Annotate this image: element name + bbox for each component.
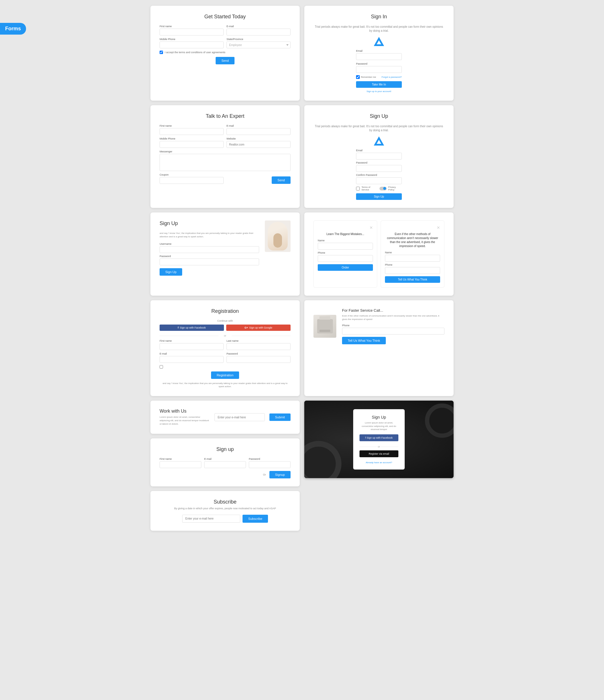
signup-bottom-email-input[interactable] <box>204 461 246 468</box>
google-signup-btn[interactable]: G+ Sign up with Google <box>226 325 291 331</box>
facebook-signup-btn[interactable]: f Sign up with Facebook <box>159 325 224 331</box>
signup-img-username-input[interactable] <box>159 246 259 253</box>
subscribe-row: Subscribe <box>182 515 268 523</box>
google-btn-label: Sign up with Google <box>249 326 272 329</box>
reg-password-input[interactable] <box>226 356 291 363</box>
signup-image-submit[interactable]: Sign Up <box>159 268 182 276</box>
facebook-btn-label: Sign up with Facebook <box>180 326 206 329</box>
expert-website-input[interactable] <box>226 141 291 148</box>
modal-right-phone-input[interactable] <box>385 267 440 274</box>
signup-email-label: Email <box>356 149 402 152</box>
modal-left-submit[interactable]: Order <box>318 264 373 271</box>
remember-row: Remember me Forgot a password? <box>356 75 402 79</box>
work-title: Work with Us <box>159 409 210 414</box>
dark-register-btn[interactable]: Register via email <box>359 450 398 457</box>
terms-checkbox[interactable] <box>159 51 163 54</box>
remember-checkbox[interactable] <box>356 75 360 79</box>
reg-lastname-label: Last name <box>226 340 291 342</box>
modal-left-phone-input[interactable] <box>318 255 373 262</box>
modal-right-submit[interactable]: Tell Us What You Think <box>385 276 440 283</box>
email-group: E-mail <box>226 25 291 35</box>
signup-password-input[interactable] <box>356 165 402 172</box>
signin-email-input[interactable] <box>356 53 402 60</box>
social-buttons: f Sign up with Facebook G+ Sign up with … <box>159 325 291 331</box>
modal-pair-card: ✕ Learn The Biggest Mistakes... Name Pho… <box>304 212 454 296</box>
expert-mobile-input[interactable] <box>159 141 224 148</box>
signup-password-group: Password <box>356 161 402 172</box>
signup-logo <box>313 136 445 146</box>
get-started-title: Get Started Today <box>159 14 291 20</box>
expert-messenger-textarea[interactable] <box>159 154 291 171</box>
expert-submit[interactable]: Send <box>272 176 291 184</box>
modal-left-close[interactable]: ✕ <box>318 225 373 230</box>
signup-bottom-password-label: Password <box>249 457 291 460</box>
signup-bottom-email-group: E-mail <box>204 457 246 468</box>
expert-website-label: Website <box>226 137 291 140</box>
signup-bottom-firstname-label: First name <box>159 457 201 460</box>
dark-signup-wrapper: Sign Up Lorem ipsum dolor sit amet, cons… <box>304 401 454 486</box>
signup-email-input[interactable] <box>356 153 402 159</box>
modal-right-close[interactable]: ✕ <box>385 225 440 230</box>
signup-bottom-password-input[interactable] <box>249 461 291 468</box>
expert-firstname-group: First name <box>159 124 224 135</box>
reg-email-input[interactable] <box>159 356 224 363</box>
modal-left: ✕ Learn The Biggest Mistakes... Name Pho… <box>313 221 377 288</box>
terms-toggle[interactable] <box>356 187 360 191</box>
signin-email-group: Email <box>356 49 402 60</box>
service-submit[interactable]: Tell Us What You Think <box>342 337 386 344</box>
forgot-password-link[interactable]: Forgot a password? <box>381 76 402 78</box>
service-phone-input[interactable] <box>342 328 445 334</box>
reg-lastname-group: Last name <box>226 340 291 350</box>
subscribe-submit[interactable]: Subscribe <box>243 515 268 523</box>
subscribe-desc: By giving a date in which your offer exp… <box>159 507 291 511</box>
signup-confirm-group: Confirm Password <box>356 174 402 184</box>
forms-badge-label: Forms <box>5 26 21 31</box>
signin-form: Email Password Remember me Forgot a pass… <box>356 49 402 93</box>
toggle-row: Terms of Service Privacy Policy <box>356 186 402 191</box>
work-submit[interactable]: Submit <box>269 414 291 421</box>
signup-bottom-submit[interactable]: Signup <box>269 471 291 478</box>
registration-note: and say 'I know You', the implication th… <box>159 382 291 388</box>
modal-left-name-input[interactable] <box>318 243 373 250</box>
expert-firstname-input[interactable] <box>159 128 224 135</box>
signup-img-password-input[interactable] <box>159 258 259 265</box>
signup-link[interactable]: Sign up to your account! <box>356 90 402 93</box>
reg-password-label: Password <box>226 352 291 355</box>
signup-centered-submit[interactable]: Sign Up <box>356 193 402 200</box>
subscribe-email-input[interactable] <box>182 515 240 523</box>
first-name-input[interactable] <box>159 29 224 35</box>
reg-lastname-input[interactable] <box>226 343 291 350</box>
state-select[interactable]: Employee <box>226 42 291 48</box>
work-email-input[interactable] <box>215 413 265 421</box>
signup-confirm-input[interactable] <box>356 177 402 184</box>
expert-mobile-group: Mobile Phone <box>159 137 224 148</box>
get-started-submit[interactable]: Send <box>216 57 234 64</box>
reg-terms-checkbox[interactable] <box>159 365 163 369</box>
sign-in-subtitle: Trial periods always make for great bait… <box>313 25 445 33</box>
expert-coupon-input[interactable] <box>159 177 224 184</box>
signin-submit[interactable]: Take Me In <box>356 81 402 88</box>
toggle-switch[interactable] <box>379 187 387 191</box>
expert-email-input[interactable] <box>226 128 291 135</box>
email-input[interactable] <box>226 29 291 35</box>
signup-bottom-card: Sign up First name E-mail Password Or Si… <box>150 439 300 486</box>
reg-email-group: E-mail <box>159 352 224 363</box>
printer-icon <box>317 319 333 333</box>
triangle-inner <box>377 40 381 44</box>
reg-firstname-input[interactable] <box>159 343 224 350</box>
terms-row: I accept the terms and conditions of use… <box>159 51 291 54</box>
registration-submit[interactable]: Registration <box>211 371 240 379</box>
service-phone-group: Phone <box>342 324 445 334</box>
modal-right-name-label: Name <box>385 251 440 254</box>
expert-firstname-label: First name <box>159 124 224 127</box>
dark-account-link[interactable]: Already have an account? <box>359 461 398 464</box>
signup-bottom-or: Or <box>263 473 266 476</box>
dark-facebook-btn[interactable]: f Sign up with Facebook <box>359 434 398 441</box>
signin-password-input[interactable] <box>356 66 402 73</box>
talk-expert-title: Talk to An Expert <box>159 113 291 119</box>
modal-right-name-input[interactable] <box>385 255 440 261</box>
expert-messenger-label: Messenger <box>159 150 291 153</box>
expert-email-label: E-mail <box>226 124 291 127</box>
signup-bottom-firstname-input[interactable] <box>159 461 201 468</box>
mobile-input[interactable] <box>159 42 224 48</box>
